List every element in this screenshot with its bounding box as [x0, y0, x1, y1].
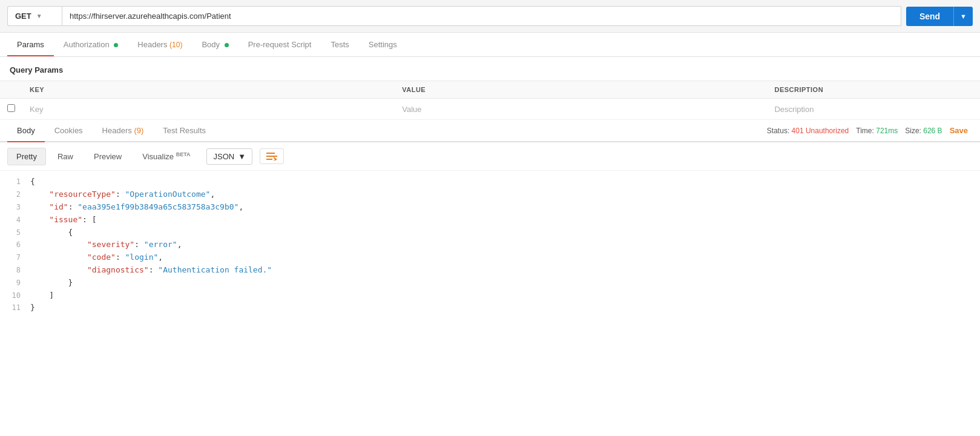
- save-button[interactable]: Save: [950, 126, 968, 135]
- row-checkbox[interactable]: [0, 99, 22, 120]
- tab-headers[interactable]: Headers (10): [128, 33, 192, 56]
- format-type-select[interactable]: JSON ▼: [206, 148, 252, 165]
- code-line-6: 6 "severity": "error",: [0, 239, 980, 251]
- row-desc[interactable]: Description: [767, 99, 980, 120]
- th-key: KEY: [22, 81, 395, 99]
- code-line-1: 1 {: [0, 176, 980, 188]
- response-tab-body[interactable]: Body: [7, 120, 45, 141]
- beta-label: BETA: [176, 151, 191, 157]
- status-label: Status: 401 Unauthorized: [767, 127, 849, 135]
- url-bar: GET ▼ Send ▼: [0, 0, 980, 33]
- send-btn-group: Send ▼: [906, 7, 973, 26]
- size-value: 626 B: [923, 127, 942, 135]
- th-desc: DESCRIPTION: [767, 81, 980, 99]
- code-line-2: 2 "resourceType": "OperationOutcome",: [0, 188, 980, 201]
- row-key[interactable]: Key: [22, 99, 395, 120]
- code-line-7: 7 "code": "login",: [0, 251, 980, 264]
- tab-params[interactable]: Params: [7, 33, 54, 56]
- code-line-3: 3 "id": "eaa395e1f99b3849a65c583758a3c9b…: [0, 201, 980, 214]
- code-line-5: 5 {: [0, 226, 980, 239]
- json-response: 1 { 2 "resourceType": "OperationOutcome"…: [0, 171, 980, 319]
- response-headers-badge: (9): [134, 126, 143, 135]
- method-select[interactable]: GET ▼: [7, 6, 62, 26]
- size-label: Size: 626 B: [905, 127, 942, 135]
- authorization-dot: [114, 43, 118, 47]
- code-line-9: 9 }: [0, 277, 980, 289]
- headers-badge: (10): [169, 41, 182, 49]
- format-preview-button[interactable]: Preview: [85, 148, 131, 165]
- response-tab-test-results[interactable]: Test Results: [153, 120, 215, 141]
- params-table: KEY VALUE DESCRIPTION Key Value Descript…: [0, 81, 980, 120]
- response-tab-cookies[interactable]: Cookies: [45, 120, 93, 141]
- th-checkbox: [0, 81, 22, 99]
- response-tabs: Body Cookies Headers (9) Test Results: [7, 120, 215, 141]
- time-value: 721ms: [876, 127, 898, 135]
- query-params-title: Query Params: [0, 57, 980, 81]
- tab-authorization[interactable]: Authorization: [54, 33, 128, 56]
- request-tab-bar: Params Authorization Headers (10) Body P…: [0, 33, 980, 57]
- status-value: 401 Unauthorized: [792, 127, 849, 135]
- code-line-11: 11 }: [0, 302, 980, 314]
- format-type-chevron: ▼: [238, 152, 246, 161]
- row-value[interactable]: Value: [395, 99, 767, 120]
- response-meta: Status: 401 Unauthorized Time: 721ms Siz…: [767, 126, 973, 135]
- format-visualize-button[interactable]: Visualize BETA: [133, 147, 199, 165]
- table-row: Key Value Description: [0, 99, 980, 120]
- code-line-10: 10 ]: [0, 289, 980, 302]
- body-dot: [225, 43, 229, 47]
- format-pretty-button[interactable]: Pretty: [7, 148, 46, 165]
- method-chevron-icon: ▼: [36, 13, 42, 19]
- url-input[interactable]: [62, 6, 901, 26]
- time-label: Time: 721ms: [856, 127, 898, 135]
- method-label: GET: [15, 12, 31, 21]
- send-dropdown-button[interactable]: ▼: [953, 7, 973, 26]
- response-bar: Body Cookies Headers (9) Test Results St…: [0, 120, 980, 142]
- code-line-8: 8 "diagnostics": "Authentication failed.…: [0, 264, 980, 277]
- tab-body[interactable]: Body: [192, 33, 238, 56]
- send-button[interactable]: Send: [906, 7, 953, 26]
- wrap-button[interactable]: [260, 148, 284, 164]
- format-bar: Pretty Raw Preview Visualize BETA JSON ▼: [0, 142, 980, 171]
- tab-pre-request[interactable]: Pre-request Script: [238, 33, 321, 56]
- th-value: VALUE: [395, 81, 767, 99]
- format-raw-button[interactable]: Raw: [48, 148, 82, 165]
- format-type-label: JSON: [213, 152, 234, 161]
- tab-tests[interactable]: Tests: [321, 33, 358, 56]
- response-tab-headers[interactable]: Headers (9): [93, 120, 154, 141]
- tab-settings[interactable]: Settings: [359, 33, 407, 56]
- code-line-4: 4 "issue": [: [0, 214, 980, 226]
